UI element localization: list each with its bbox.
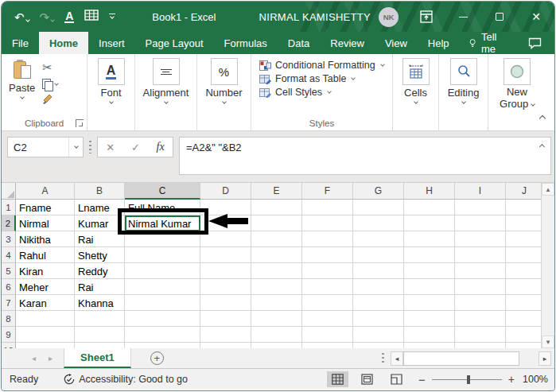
cell-B1[interactable]: Lname [75, 200, 125, 215]
zoom-slider[interactable] [432, 379, 502, 380]
cell-I1[interactable] [455, 200, 506, 215]
cell-B8[interactable] [75, 311, 125, 327]
cell-B10[interactable] [75, 343, 125, 348]
cell-D1[interactable] [200, 200, 251, 215]
cell-H9[interactable] [404, 327, 455, 343]
tab-insert[interactable]: Insert [88, 32, 135, 54]
cell-C9[interactable] [125, 327, 200, 343]
cell-H7[interactable] [404, 295, 455, 311]
cell-I10[interactable] [455, 343, 506, 348]
column-header-A[interactable]: A [16, 183, 75, 200]
tab-data[interactable]: Data [278, 32, 320, 54]
row-header-1[interactable]: 1 [2, 200, 16, 215]
cell-I9[interactable] [455, 327, 506, 343]
zoom-out-button[interactable]: − [418, 373, 426, 386]
cell-B9[interactable] [75, 327, 125, 343]
zoom-slider-thumb[interactable] [467, 375, 470, 384]
column-header-C[interactable]: C [125, 183, 200, 200]
cell-E8[interactable] [251, 311, 302, 327]
cell-C3[interactable] [125, 231, 200, 247]
tab-formulas[interactable]: Formulas [214, 32, 278, 54]
cell-E7[interactable] [251, 295, 302, 311]
paste-button[interactable]: Paste [5, 58, 39, 104]
cell-F10[interactable] [302, 343, 353, 348]
tab-home[interactable]: Home [39, 32, 88, 54]
cell-G8[interactable] [353, 311, 404, 327]
cell-G1[interactable] [353, 200, 404, 215]
row-header-9[interactable]: 9 [2, 327, 16, 343]
cell-C5[interactable] [125, 263, 200, 279]
sheet-tab-sheet1[interactable]: Sheet1 [64, 348, 131, 368]
cell-A3[interactable]: Nikitha [16, 231, 75, 247]
cell-E10[interactable] [251, 343, 302, 348]
formula-input[interactable]: =A2&" "&B2 [179, 137, 551, 175]
cell-G6[interactable] [353, 279, 404, 295]
conditional-formatting-button[interactable]: Conditional Formatting [259, 60, 386, 71]
column-header-I[interactable]: I [455, 183, 506, 200]
horizontal-scrollbar[interactable]: ◂ ▸ [391, 348, 551, 368]
underline-button[interactable]: A [64, 10, 74, 23]
sheet-prev-icon[interactable]: ◂ [32, 354, 36, 363]
column-header-F[interactable]: F [302, 183, 353, 200]
cell-J4[interactable] [506, 247, 543, 263]
cell-J6[interactable] [506, 279, 543, 295]
cell-D3[interactable] [200, 231, 251, 247]
cell-F4[interactable] [302, 247, 353, 263]
number-button[interactable]: % Number [200, 58, 247, 105]
cell-H5[interactable] [404, 263, 455, 279]
cell-B7[interactable]: Khanna [75, 295, 125, 311]
cell-styles-button[interactable]: Cell Styles [259, 87, 386, 98]
name-box[interactable]: C2 [7, 137, 84, 157]
cell-D6[interactable] [200, 279, 251, 295]
cell-I3[interactable] [455, 231, 506, 247]
select-all-corner[interactable] [2, 183, 16, 200]
row-header-8[interactable]: 8 [2, 311, 16, 327]
column-header-H[interactable]: H [404, 183, 455, 200]
cut-button[interactable]: ✂ [42, 60, 58, 75]
cell-G4[interactable] [353, 247, 404, 263]
cell-E1[interactable] [251, 200, 302, 215]
collapse-formula-bar-button[interactable] [539, 144, 545, 149]
cell-F5[interactable] [302, 263, 353, 279]
tab-file[interactable]: File [2, 32, 39, 54]
cell-E2[interactable] [251, 215, 302, 231]
cell-I4[interactable] [455, 247, 506, 263]
cell-I7[interactable] [455, 295, 506, 311]
cell-H10[interactable] [404, 343, 455, 348]
close-button[interactable]: ✕ [518, 2, 554, 32]
cells-button[interactable]: Cells [398, 58, 434, 105]
cell-B2[interactable]: Kumar [75, 215, 125, 231]
cell-D2[interactable] [200, 215, 251, 231]
new-group-button[interactable]: NewGroup [495, 58, 539, 111]
cell-D10[interactable] [200, 343, 251, 348]
page-break-preview-button[interactable] [386, 371, 407, 387]
row-header-4[interactable]: 4 [2, 247, 16, 263]
cell-A4[interactable]: Rahul [16, 247, 75, 263]
editing-button[interactable]: Editing [443, 58, 484, 105]
cell-G3[interactable] [353, 231, 404, 247]
cell-B6[interactable]: Rai [75, 279, 125, 295]
column-header-J[interactable]: J [506, 183, 543, 200]
cell-C4[interactable] [125, 247, 200, 263]
cell-I5[interactable] [455, 263, 506, 279]
cell-C8[interactable] [125, 311, 200, 327]
alignment-button[interactable]: Alignment [138, 58, 194, 105]
cell-H1[interactable] [404, 200, 455, 215]
row-header-3[interactable]: 3 [2, 231, 16, 247]
cell-I8[interactable] [455, 311, 506, 327]
cell-C10[interactable] [125, 343, 200, 348]
maximize-button[interactable] [481, 2, 518, 32]
zoom-in-button[interactable]: + [508, 373, 515, 386]
cell-D8[interactable] [200, 311, 251, 327]
scroll-right-icon[interactable]: ▸ [539, 351, 551, 366]
cell-J7[interactable] [506, 295, 543, 311]
column-header-G[interactable]: G [353, 183, 404, 200]
cell-E9[interactable] [251, 327, 302, 343]
cell-F8[interactable] [302, 311, 353, 327]
font-button[interactable]: A Font [93, 58, 130, 105]
cell-F6[interactable] [302, 279, 353, 295]
cell-H2[interactable] [404, 215, 455, 231]
row-header-2[interactable]: 2 [2, 215, 16, 231]
hscroll-thumb[interactable] [403, 351, 519, 366]
avatar[interactable]: NK [379, 7, 399, 27]
